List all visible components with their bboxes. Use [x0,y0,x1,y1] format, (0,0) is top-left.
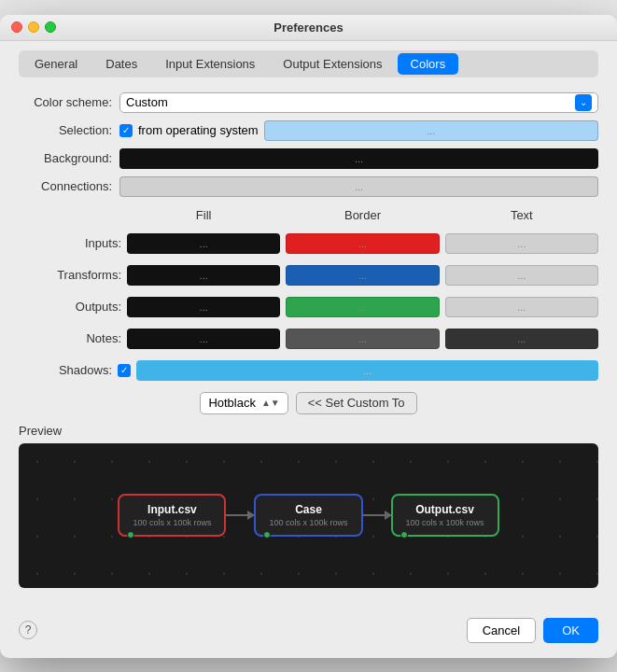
outputs-fill[interactable]: ... [127,297,280,317]
selection-dots: ... [427,125,435,136]
transforms-text[interactable]: ... [445,265,598,286]
tab-output-extensions[interactable]: Output Extensions [270,53,395,75]
footer: ? Cancel OK [0,607,617,658]
help-button[interactable]: ? [19,621,37,639]
inputs-fill[interactable]: ... [127,233,280,254]
node-output: Output.csv 100 cols x 100k rows [391,494,499,537]
preset-arrow-icon: ▲▼ [261,398,280,408]
node-input-title: Input.csv [133,503,211,516]
color-scheme-select[interactable]: Custom ⌄ [119,92,598,113]
selection-color-bar[interactable]: ... [264,120,598,141]
node-case-title: Case [269,503,347,516]
set-custom-button[interactable]: << Set Custom To [296,392,417,414]
outputs-text[interactable]: ... [445,297,598,317]
preset-value: Hotblack [208,396,256,410]
background-label: Background: [19,151,112,165]
shadows-row: Shadows: ✓ ... [19,360,598,381]
preset-section: Hotblack ▲▼ << Set Custom To [19,392,598,414]
header-text: Text [445,208,598,222]
transforms-fill[interactable]: ... [127,265,280,286]
notes-text[interactable]: ... [445,329,598,349]
transforms-label: Transforms: [19,268,121,282]
preset-dropdown[interactable]: Hotblack ▲▼ [200,392,287,414]
content-area: General Dates Input Extensions Output Ex… [0,41,617,607]
preview-label: Preview [19,424,598,438]
node-output-sub: 100 cols x 100k rows [406,518,484,527]
tab-general[interactable]: General [21,53,91,75]
notes-border[interactable]: ... [286,329,439,349]
form-section: Color scheme: Custom ⌄ Selection: ✓ from… [19,92,598,381]
node-output-status [400,531,408,539]
node-case: Case 100 cols x 100k rows [254,494,362,537]
outputs-row: Outputs: ... ... ... [19,297,598,317]
arrow-1 [226,514,254,516]
connections-dots: ... [355,181,363,192]
window-title: Preferences [273,21,343,35]
shadows-color-bar[interactable]: ... [136,360,598,381]
inputs-label: Inputs: [19,236,121,250]
connections-label: Connections: [19,179,112,193]
tab-colors[interactable]: Colors [398,53,459,75]
connections-row: Connections: ... [19,176,598,197]
cancel-button[interactable]: Cancel [467,618,536,643]
background-row: Background: ... [19,148,598,169]
preview-canvas: Input.csv 100 cols x 100k rows Case 100 … [19,443,598,588]
preview-section: Preview Input.csv 100 cols x 100k rows C… [19,424,598,588]
outputs-label: Outputs: [19,300,121,314]
shadows-label: Shadows: [19,363,112,377]
preview-nodes: Input.csv 100 cols x 100k rows Case 100 … [118,494,498,537]
background-dots: ... [355,153,363,164]
grid-headers: Fill Border Text [19,208,598,222]
color-scheme-label: Color scheme: [19,95,112,109]
tab-input-extensions[interactable]: Input Extensions [152,53,268,75]
outputs-border[interactable]: ... [286,297,439,317]
tab-bar: General Dates Input Extensions Output Ex… [19,50,598,77]
arrow-2 [363,514,391,516]
node-input: Input.csv 100 cols x 100k rows [118,494,226,537]
notes-fill[interactable]: ... [127,329,280,349]
preferences-window: Preferences General Dates Input Extensio… [0,15,617,658]
select-arrow-icon: ⌄ [575,94,592,111]
selection-label: Selection: [19,123,112,137]
shadows-checkbox[interactable]: ✓ [118,364,131,377]
selection-content: ✓ from operating system ... [119,120,598,141]
footer-buttons: Cancel OK [467,618,598,643]
selection-row: Selection: ✓ from operating system ... [19,120,598,141]
close-button[interactable] [11,21,22,33]
selection-checkbox[interactable]: ✓ [119,124,133,137]
header-border: Border [286,208,439,222]
background-color-bar[interactable]: ... [119,148,598,169]
notes-row: Notes: ... ... ... [19,329,598,349]
inputs-border[interactable]: ... [286,233,439,254]
connections-color-bar[interactable]: ... [119,176,598,197]
transforms-border[interactable]: ... [286,265,439,286]
transforms-row: Transforms: ... ... ... [19,265,598,286]
shadows-dots: ... [363,365,372,376]
node-output-title: Output.csv [406,503,484,516]
inputs-row: Inputs: ... ... ... [19,233,598,254]
ok-button[interactable]: OK [543,618,598,643]
tab-dates[interactable]: Dates [92,53,150,75]
color-scheme-row: Color scheme: Custom ⌄ [19,92,598,113]
node-case-sub: 100 cols x 100k rows [269,518,347,527]
maximize-button[interactable] [45,21,56,33]
titlebar: Preferences [0,15,617,41]
minimize-button[interactable] [28,21,39,33]
selection-text: from operating system [138,123,259,137]
inputs-text[interactable]: ... [445,233,598,254]
window-controls [11,21,56,33]
header-fill: Fill [127,208,280,222]
notes-label: Notes: [19,331,121,345]
color-scheme-value: Custom [126,95,575,109]
node-input-sub: 100 cols x 100k rows [133,518,211,527]
